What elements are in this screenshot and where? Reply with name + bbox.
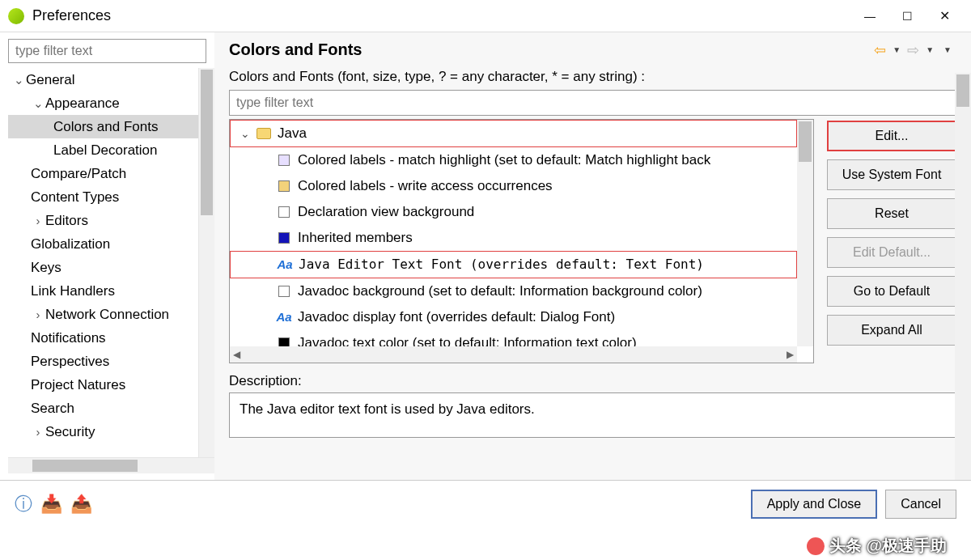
tree-item-compare-patch[interactable]: Compare/Patch (8, 162, 198, 185)
collapse-icon: ⌄ (11, 68, 26, 91)
colors-fonts-filter-input[interactable] (229, 90, 956, 116)
preferences-tree[interactable]: ⌄General ⌄Appearance Colors and Fonts La… (8, 68, 198, 457)
font-icon: Aa (276, 257, 294, 272)
tree-filter-input[interactable] (8, 39, 206, 63)
edit-button[interactable]: Edit... (827, 121, 956, 151)
expand-icon: › (31, 209, 45, 232)
close-button[interactable]: ✕ (926, 3, 963, 29)
tree-item-perspectives[interactable]: Perspectives (8, 350, 198, 373)
list-item[interactable]: Inherited members (230, 225, 797, 251)
tree-item-network[interactable]: ›Network Connection (8, 303, 198, 326)
tree-item-editors[interactable]: ›Editors (8, 209, 198, 232)
tree-item-keys[interactable]: Keys (8, 256, 198, 279)
use-system-font-button[interactable]: Use System Font (827, 159, 956, 190)
tree-item-link-handlers[interactable]: Link Handlers (8, 279, 198, 303)
preferences-page: Colors and Fonts ⇦ ▼ ⇨ ▼ ▼ Colors and Fo… (214, 32, 971, 480)
list-item[interactable]: Aa Javadoc display font (overrides defau… (230, 304, 797, 330)
nav-menu-icon[interactable]: ▼ (939, 45, 956, 54)
nav-back-icon[interactable]: ⇦ (872, 41, 888, 59)
color-swatch-icon (275, 205, 293, 219)
watermark: 头条 @极速手助 (807, 535, 947, 557)
color-swatch-icon (275, 179, 293, 193)
colors-fonts-tree[interactable]: ⌄ Java Colored labels - match highlight … (229, 119, 814, 363)
list-item[interactable]: Javadoc background (set to default: Info… (230, 278, 797, 304)
tree-item-project-natures[interactable]: Project Natures (8, 373, 198, 397)
export-icon[interactable]: 📤 (70, 494, 92, 515)
watermark-icon (807, 537, 825, 555)
tree-item-appearance[interactable]: ⌄Appearance (8, 91, 198, 115)
nav-forward-icon[interactable]: ⇨ (905, 41, 921, 59)
minimize-button[interactable]: — (851, 3, 888, 29)
cancel-button[interactable]: Cancel (885, 490, 956, 519)
tree-item-search[interactable]: Search (8, 397, 198, 420)
color-swatch-icon (275, 153, 293, 168)
app-icon (8, 8, 24, 24)
help-icon[interactable]: ⓘ (15, 492, 32, 516)
color-swatch-icon (275, 231, 293, 245)
reset-button[interactable]: Reset (827, 198, 956, 229)
collapse-icon: ⌄ (31, 91, 45, 115)
page-scrollbar[interactable] (955, 73, 971, 480)
maximize-button[interactable]: ☐ (888, 3, 926, 29)
list-item[interactable]: Javadoc text color (set to default: Info… (230, 330, 797, 346)
expand-all-button[interactable]: Expand All (827, 315, 956, 346)
folder-icon (255, 126, 273, 141)
page-title: Colors and Fonts (229, 40, 362, 59)
list-hscrollbar[interactable]: ◀▶ (230, 346, 797, 363)
list-item[interactable]: Colored labels - write access occurrence… (230, 173, 797, 199)
font-icon: Aa (275, 310, 293, 325)
tree-hscrollbar[interactable] (8, 457, 214, 473)
color-swatch-icon (275, 284, 293, 299)
description-text: The Java editor text font is used by Jav… (229, 392, 956, 438)
tree-item-content-types[interactable]: Content Types (8, 185, 198, 209)
window-title: Preferences (32, 7, 111, 24)
edit-default-button: Edit Default... (827, 237, 956, 268)
description-label: Description: (229, 373, 956, 389)
collapse-icon: ⌄ (240, 122, 255, 145)
tree-item-label-decorations[interactable]: Label Decoration (8, 138, 198, 162)
tree-scrollbar[interactable] (198, 68, 214, 457)
goto-default-button[interactable]: Go to Default (827, 276, 956, 307)
titlebar: Preferences — ☐ ✕ (0, 0, 971, 32)
tree-item-security[interactable]: ›Security (8, 420, 198, 443)
list-category-java[interactable]: ⌄ Java (230, 120, 797, 147)
expand-icon: › (31, 303, 45, 326)
import-icon[interactable]: 📥 (40, 494, 62, 515)
nav-back-drop-icon[interactable]: ▼ (888, 45, 905, 54)
expand-icon: › (31, 420, 45, 443)
tree-item-general[interactable]: ⌄General (8, 68, 198, 91)
list-item[interactable]: Declaration view background (230, 199, 797, 225)
tree-item-notifications[interactable]: Notifications (8, 326, 198, 350)
apply-and-close-button[interactable]: Apply and Close (751, 490, 878, 519)
color-swatch-icon (275, 336, 293, 346)
tree-item-colors-fonts[interactable]: Colors and Fonts (8, 115, 198, 138)
scroll-left-icon[interactable]: ◀ (233, 349, 240, 360)
scroll-right-icon[interactable]: ▶ (787, 349, 794, 360)
preferences-tree-pane: ⌄General ⌄Appearance Colors and Fonts La… (0, 32, 214, 480)
list-item[interactable]: Colored labels - match highlight (set to… (230, 147, 797, 173)
filter-hint-label: Colors and Fonts (font, size, type, ? = … (229, 69, 956, 85)
list-item-java-editor-font[interactable]: Aa Java Editor Text Font (overrides defa… (230, 251, 797, 278)
nav-forward-drop-icon[interactable]: ▼ (921, 45, 939, 54)
dialog-button-bar: ⓘ 📥 📤 Apply and Close Cancel (0, 481, 971, 528)
tree-item-globalization[interactable]: Globalization (8, 232, 198, 256)
list-vscrollbar[interactable] (797, 120, 813, 346)
